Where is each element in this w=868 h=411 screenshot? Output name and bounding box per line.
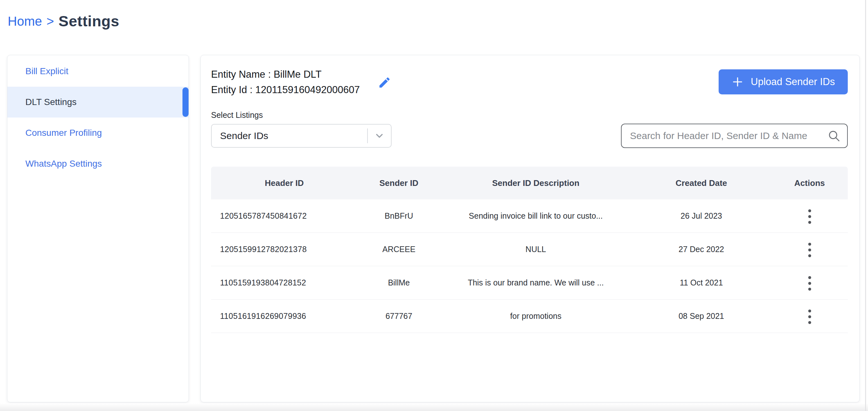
cell-header-id: 1205159912782021378 [211,245,358,254]
table-row: 1105161916269079936 677767 for promotion… [211,299,848,333]
sidebar-item-label: DLT Settings [25,97,76,107]
edit-entity-button[interactable] [378,76,391,91]
cell-actions [771,272,848,294]
sidebar-item-label: Bill Explicit [25,66,68,76]
search-input[interactable] [630,130,827,141]
cell-created-date: 11 Oct 2021 [631,278,771,287]
cell-description: This is our brand name. We will use ... [440,278,631,287]
cell-created-date: 08 Sep 2021 [631,312,771,321]
cell-description: Sending invoice bill link to our custo..… [440,211,631,221]
breadcrumb-home-link[interactable]: Home [8,14,42,29]
cell-description: NULL [440,245,631,254]
plus-icon [732,76,744,88]
column-header-created-date: Created Date [631,178,771,188]
cell-sender-id: BnBFrU [358,211,440,221]
column-header-description: Sender ID Description [440,178,631,188]
pencil-icon [378,76,391,89]
search-icon[interactable] [827,129,841,143]
sidebar-item-label: Consumer Profiling [25,128,102,138]
cell-sender-id: 677767 [358,312,440,321]
cell-sender-id: BillMe [358,278,440,287]
cell-header-id: 1105161916269079936 [211,312,358,321]
chevron-down-icon [368,130,391,141]
table-header-row: Header ID Sender ID Sender ID Descriptio… [211,167,848,199]
settings-sidebar: Bill Explicit DLT Settings Consumer Prof… [7,55,189,402]
kebab-menu-icon[interactable] [803,306,816,327]
dlt-settings-panel: Entity Name : BillMe DLT Entity Id : 120… [200,55,860,402]
select-listings-label: Select Listings [211,110,848,120]
table-row: 1105159193804728152 BillMe This is our b… [211,266,848,299]
cell-actions [771,205,848,227]
entity-name-text: Entity Name : BillMe DLT [211,67,360,82]
panel-header-row: Entity Name : BillMe DLT Entity Id : 120… [211,67,848,98]
sidebar-item-consumer-profiling[interactable]: Consumer Profiling [7,118,189,148]
entity-id-text: Entity Id : 1201159160492000607 [211,82,360,98]
table-row: 1205159912782021378 ARCEEE NULL 27 Dec 2… [211,233,848,266]
active-indicator-bar [183,87,189,117]
kebab-menu-icon[interactable] [803,206,816,227]
upload-sender-ids-button[interactable]: Upload Sender IDs [719,69,848,94]
kebab-menu-icon[interactable] [803,240,816,260]
column-header-header-id: Header ID [211,178,358,188]
listings-dropdown-value: Sender IDs [220,130,268,141]
page-title: Settings [59,12,119,30]
upload-button-label: Upload Sender IDs [751,76,835,88]
cell-created-date: 26 Jul 2023 [631,211,771,221]
scrollbar[interactable] [865,0,866,411]
column-header-actions: Actions [771,178,848,188]
controls-row: Sender IDs [211,124,848,148]
column-header-sender-id: Sender ID [358,178,440,188]
entity-info: Entity Name : BillMe DLT Entity Id : 120… [211,67,391,98]
sidebar-item-label: WhatsApp Settings [25,159,102,169]
cell-sender-id: ARCEEE [358,245,440,254]
cell-header-id: 1205165787450841672 [211,211,358,221]
sidebar-item-dlt-settings[interactable]: DLT Settings [7,87,189,118]
sidebar-item-whatsapp-settings[interactable]: WhatsApp Settings [7,148,189,179]
content-area: Bill Explicit DLT Settings Consumer Prof… [0,55,868,402]
listings-dropdown[interactable]: Sender IDs [211,124,392,148]
cell-actions [771,305,848,327]
breadcrumb: Home > Settings [0,0,868,55]
entity-lines: Entity Name : BillMe DLT Entity Id : 120… [211,67,360,98]
cell-header-id: 1105159193804728152 [211,278,358,287]
search-box [621,124,848,148]
sidebar-item-bill-explicit[interactable]: Bill Explicit [7,56,189,87]
kebab-menu-icon[interactable] [803,273,816,294]
cell-created-date: 27 Dec 2022 [631,245,771,254]
sender-ids-table: Header ID Sender ID Sender ID Descriptio… [211,167,848,333]
page-bottom-strip [0,403,868,411]
cell-actions [771,238,848,260]
table-row: 1205165787450841672 BnBFrU Sending invoi… [211,199,848,233]
cell-description: for promotions [440,312,631,321]
breadcrumb-separator: > [46,14,54,29]
